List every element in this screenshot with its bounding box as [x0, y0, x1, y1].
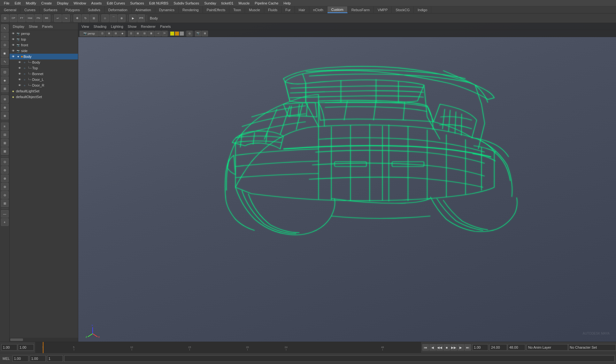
outliner-item-objectset[interactable]: ◈ defaultObjectSet	[10, 94, 78, 100]
tl-stop-btn[interactable]: ■	[443, 344, 450, 351]
tl-prev-frame-btn[interactable]: ◀	[429, 344, 436, 351]
tool-misc3[interactable]: ⊛	[1, 174, 9, 182]
outliner-item-side[interactable]: 👁 📷 side	[10, 48, 78, 54]
tool-redo[interactable]: ↪	[62, 14, 70, 22]
menu-sunday[interactable]: Sunday	[202, 1, 219, 6]
tool-bottom1[interactable]: —	[1, 210, 9, 218]
vp-color-yellow[interactable]	[170, 31, 174, 36]
outliner-item-lightset[interactable]: ◈ defaultLightSet	[10, 88, 78, 94]
tool-layer4[interactable]: ⊠	[1, 147, 9, 155]
tool-snap-point[interactable]: ⊕	[118, 14, 126, 22]
tl-play-btn[interactable]: ▶▶	[450, 344, 457, 351]
outliner-item-door-l[interactable]: 👁 ○ └─ Door_L	[10, 77, 78, 82]
vp-display-btn2[interactable]: ⊞	[106, 31, 112, 36]
menu-assets[interactable]: Assets	[89, 1, 104, 6]
anim-end-field[interactable]: 24.00	[489, 344, 507, 351]
tool-be[interactable]: BE	[43, 14, 50, 22]
tl-end-btn[interactable]: ⏭	[465, 344, 471, 351]
menu-help[interactable]: Help	[281, 1, 293, 6]
tool-cp[interactable]: CP	[10, 14, 17, 22]
menu-edit-nurbs[interactable]: Edit NURBS	[147, 1, 171, 6]
tab-hair[interactable]: Hair	[295, 6, 309, 13]
vp-layout-1[interactable]: ⊡	[128, 31, 134, 36]
tool-misc4[interactable]: ⊜	[1, 183, 9, 190]
outliner-display-menu[interactable]: Display	[11, 24, 26, 29]
viewport[interactable]: View Shading Lighting Show Renderer Pane…	[78, 23, 616, 342]
tool-bottom2[interactable]: +	[1, 218, 9, 226]
tool-3d-move[interactable]: ⊡	[1, 68, 9, 76]
outliner-item-body-mesh[interactable]: 👁 ○ └─ Body	[10, 59, 78, 65]
tool-scale[interactable]: ⊞	[90, 14, 98, 22]
tool-snap-grid[interactable]: ⊹	[101, 14, 109, 22]
outliner-show-menu[interactable]: Show	[27, 24, 40, 29]
vp-layout-5[interactable]: ⊣	[155, 31, 161, 36]
outliner-item-bonnet[interactable]: 👁 ○ └─ Bonnet	[10, 71, 78, 77]
tool-soft[interactable]: ⊛	[1, 95, 9, 103]
outliner-item-front[interactable]: 👁 📷 front	[10, 42, 78, 48]
character-set-field[interactable]: No Character Set	[568, 344, 616, 351]
tool-snap-curve[interactable]: ⌒	[110, 14, 117, 22]
viewport-show-menu[interactable]: Show	[126, 24, 139, 29]
tool-select[interactable]: ⊡	[1, 14, 9, 22]
tab-muscle[interactable]: Muscle	[245, 6, 264, 13]
menu-surfaces[interactable]: Surfaces	[127, 1, 146, 6]
tool-ft[interactable]: FT	[18, 14, 26, 22]
tl-next-frame-btn[interactable]: ▶	[458, 344, 464, 351]
vp-layout-2[interactable]: ⊞	[135, 31, 141, 36]
tl-play-back-btn[interactable]: ◀◀	[436, 344, 443, 351]
tab-rebusfarm[interactable]: RebusFarm	[348, 6, 374, 13]
tab-general[interactable]: General	[0, 6, 20, 13]
frame-val1[interactable]: 1.00	[12, 355, 28, 362]
tool-render[interactable]: ▶	[129, 14, 137, 22]
menu-edit-curves[interactable]: Edit Curves	[104, 1, 127, 6]
tab-subdivs[interactable]: Subdivs	[84, 6, 104, 13]
outliner-panels-menu[interactable]: Panels	[40, 24, 55, 29]
tool-layer3[interactable]: ⊞	[1, 139, 9, 147]
outliner-scroll-thumb[interactable]	[10, 338, 23, 341]
viewport-shading-menu[interactable]: Shading	[92, 24, 108, 29]
anim-end2-field[interactable]: 48.00	[508, 344, 525, 351]
tool-curve[interactable]: ∿	[1, 58, 9, 65]
frame-val2[interactable]: 1.00	[30, 355, 46, 362]
tool-layer2[interactable]: ⊟	[1, 131, 9, 138]
vp-color-gray[interactable]	[180, 31, 184, 36]
timeline-ruler[interactable]: 1 5 10 15 20 24 48	[35, 342, 421, 353]
tool-ipr[interactable]: IPR	[137, 14, 145, 22]
tool-lasso[interactable]: ○	[1, 33, 9, 40]
outliner-item-top[interactable]: 👁 📷 top	[10, 36, 78, 42]
vp-isolate[interactable]: ◎	[186, 31, 193, 36]
vp-layout-6[interactable]: ⊢	[161, 31, 168, 36]
menu-create[interactable]: Create	[39, 1, 54, 6]
tool-3d-rotate[interactable]: ◈	[1, 76, 9, 84]
mel-input[interactable]	[64, 355, 615, 362]
menu-edit[interactable]: Edit	[12, 1, 23, 6]
tool-soft2[interactable]: ⊕	[1, 104, 9, 111]
tab-curves[interactable]: Curves	[20, 6, 40, 13]
menu-file[interactable]: File	[1, 1, 12, 6]
tool-sculpt[interactable]: ◉	[1, 49, 9, 57]
tab-ncloth[interactable]: nCloth	[309, 6, 327, 13]
tool-move[interactable]: ✥	[73, 14, 81, 22]
tab-indigo[interactable]: Indigo	[414, 6, 431, 13]
tool-3d-scale[interactable]: ⊞	[1, 85, 9, 92]
tool-misc6[interactable]: ⊞	[1, 199, 9, 207]
tab-custom[interactable]: Custom	[327, 6, 348, 13]
tab-stockcg[interactable]: StockCG	[392, 6, 414, 13]
tab-painteffects[interactable]: PaintEffects	[203, 6, 230, 13]
outliner-item-persp[interactable]: 👁 📷 persp	[10, 31, 78, 36]
tab-rendering[interactable]: Rendering	[179, 6, 203, 13]
outliner-item-body-group[interactable]: 👁 ▼ ■ Body	[10, 54, 78, 59]
tool-misc5[interactable]: ⊝	[1, 191, 9, 199]
viewport-view-menu[interactable]: View	[80, 24, 91, 29]
tool-component[interactable]: ⊗	[1, 112, 9, 120]
vp-grid[interactable]: ⊞	[202, 31, 208, 36]
tab-polygons[interactable]: Polygons	[61, 6, 84, 13]
current-time-field[interactable]: 1.00	[472, 344, 488, 351]
tab-vmpp[interactable]: VMPP	[374, 6, 392, 13]
menu-display[interactable]: Display	[54, 1, 71, 6]
tab-dynamics[interactable]: Dynamics	[155, 6, 179, 13]
tool-rotate[interactable]: ↻	[82, 14, 89, 22]
tab-fur[interactable]: Fur	[281, 6, 295, 13]
range-start-field[interactable]: 1.00	[1, 344, 17, 351]
tool-undo[interactable]: ↩	[54, 14, 62, 22]
